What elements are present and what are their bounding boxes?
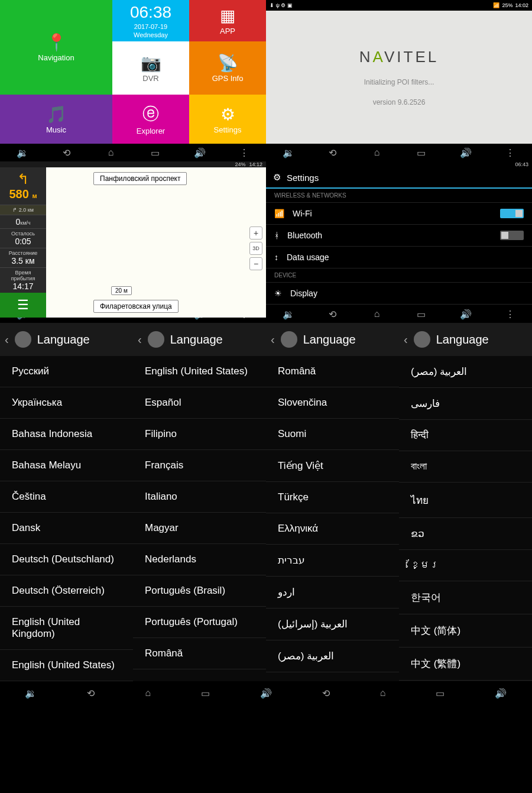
language-item[interactable]: Nederlands (133, 544, 266, 575)
android-navbar: 🔉 ⟲ ⌂ ▭ 🔊 ⋮ (0, 144, 266, 161)
menu-icon[interactable]: ⋮ (503, 307, 517, 321)
tile-navigation[interactable]: 📍 Navigation (0, 0, 112, 95)
back-icon[interactable]: ⟲ (60, 145, 74, 160)
language-item[interactable]: Română (133, 638, 266, 669)
language-item[interactable]: Ελληνικά (266, 513, 399, 545)
home-icon[interactable]: ⌂ (380, 688, 386, 698)
menu-button[interactable]: ☰ (0, 293, 46, 318)
settings-row-bluetooth[interactable]: ᚼ Bluetooth (266, 225, 532, 247)
language-item[interactable]: العربية (مصر) (399, 356, 532, 388)
status-bar: ⬇ ψ ⚙ ▣ 📶 25% 14:02 (266, 0, 532, 11)
language-item[interactable]: Українська (0, 387, 133, 419)
settings-row-wifi[interactable]: 📶 Wi-Fi (266, 203, 532, 225)
volume-up-icon[interactable]: 🔊 (459, 145, 473, 160)
tile-explorer[interactable]: ⓔ Explorer (112, 95, 189, 144)
volume-up-icon[interactable]: 🔊 (495, 688, 507, 699)
home-icon[interactable]: ⌂ (145, 688, 151, 698)
language-item[interactable]: Čeština (0, 481, 133, 513)
language-title: Language (303, 333, 356, 347)
tile-settings[interactable]: ⚙ Settings (189, 95, 266, 144)
3d-toggle-button[interactable]: 3D (249, 242, 262, 255)
language-item[interactable]: English (United States) (0, 650, 133, 681)
language-item[interactable]: Русский (0, 356, 133, 387)
language-item[interactable]: Português (Portugal) (133, 607, 266, 638)
zoom-in-button[interactable]: + (249, 226, 262, 239)
language-item[interactable]: ຂວ (399, 518, 532, 550)
language-item[interactable]: Filipino (133, 419, 266, 450)
language-item[interactable]: English (United Kingdom) (0, 607, 133, 650)
language-item[interactable]: 中文 (简体) (399, 614, 532, 648)
language-item[interactable]: Suomi (266, 419, 399, 450)
language-item[interactable]: فارسی (399, 388, 532, 420)
language-item[interactable]: English (United States) (133, 356, 266, 387)
language-item[interactable]: Dansk (0, 513, 133, 544)
language-item[interactable]: বাংলা (399, 451, 532, 483)
language-item[interactable]: Français (133, 450, 266, 481)
volume-up-icon[interactable]: 🔊 (459, 307, 473, 321)
settings-row-data[interactable]: ↕ Data usage (266, 247, 532, 268)
language-item[interactable]: Tiếng Việt (266, 450, 399, 482)
volume-up-icon[interactable]: 🔊 (193, 145, 207, 160)
language-item[interactable]: Bahasa Melayu (0, 450, 133, 481)
language-item[interactable]: Español (133, 387, 266, 419)
home-icon[interactable]: ⌂ (370, 307, 384, 321)
volume-down-icon[interactable]: 🔉 (281, 307, 296, 321)
tile-apps[interactable]: ▦ APP (189, 0, 266, 41)
language-header[interactable]: ‹ Language (399, 323, 532, 356)
language-item[interactable]: Bahasa Indonesia (0, 419, 133, 450)
back-icon[interactable]: ‹ (138, 333, 142, 347)
language-item[interactable]: العربية (إسرائيل) (266, 608, 399, 640)
recent-icon[interactable]: ▭ (436, 688, 445, 699)
language-item[interactable]: ไทย (399, 483, 532, 518)
home-icon[interactable]: ⌂ (370, 145, 384, 160)
tile-music[interactable]: 🎵 Music (0, 95, 112, 144)
turn-indicator[interactable]: ↰ 580 м (0, 167, 46, 205)
back-icon[interactable]: ⟲ (322, 688, 330, 699)
language-item[interactable]: עברית (266, 545, 399, 577)
language-item[interactable]: Português (Brasil) (133, 575, 266, 607)
recent-icon[interactable]: ▭ (201, 688, 210, 699)
zoom-out-button[interactable]: − (249, 257, 262, 270)
map-canvas[interactable]: Панфиловский проспект Филаретовская улиц… (46, 167, 266, 318)
language-item[interactable]: Magyar (133, 513, 266, 544)
language-header[interactable]: ‹ Language (133, 323, 266, 356)
back-icon[interactable]: ⟲ (87, 688, 95, 699)
tile-clock[interactable]: 06:38 2017-07-19 Wednesday (112, 0, 189, 41)
language-item[interactable]: Română (266, 356, 399, 387)
language-item[interactable]: Deutsch (Deutschland) (0, 544, 133, 575)
language-item[interactable]: Slovenčina (266, 387, 399, 419)
back-icon[interactable]: ‹ (5, 333, 9, 347)
language-item[interactable]: Deutsch (Österreich) (0, 575, 133, 607)
recent-icon[interactable]: ▭ (414, 145, 429, 160)
language-item[interactable]: ខ្មែរ (399, 550, 532, 581)
volume-down-icon[interactable]: 🔉 (281, 145, 296, 160)
bluetooth-toggle[interactable] (500, 231, 524, 240)
recent-icon[interactable]: ▭ (148, 145, 163, 160)
tile-dvr[interactable]: 📷 DVR (112, 41, 189, 95)
back-icon[interactable]: ⟲ (326, 307, 340, 321)
volume-up-icon[interactable]: 🔊 (260, 688, 272, 699)
language-item[interactable]: 中文 (繁體) (399, 648, 532, 681)
volume-down-icon[interactable]: 🔉 (25, 688, 37, 699)
recent-icon[interactable]: ▭ (414, 307, 429, 321)
language-item[interactable]: हिन्दी (399, 420, 532, 451)
back-icon[interactable]: ⟲ (326, 145, 340, 160)
settings-row-display[interactable]: ☀ Display (266, 283, 532, 305)
wifi-toggle[interactable] (500, 209, 524, 218)
nav-side-panel: ↰ 580 м ↱ 2.0 км 0км/ч Осталось0:05 Расс… (0, 167, 46, 318)
volume-down-icon[interactable]: 🔉 (15, 145, 30, 160)
home-icon[interactable]: ⌂ (104, 145, 118, 160)
back-icon[interactable]: ‹ (271, 333, 275, 347)
language-item[interactable]: Italiano (133, 481, 266, 513)
tile-gps[interactable]: 📡 GPS Info (189, 41, 266, 95)
language-item[interactable]: Türkçe (266, 482, 399, 513)
back-icon[interactable]: ‹ (404, 333, 408, 347)
language-header[interactable]: ‹ Language (0, 323, 133, 356)
gear-icon (414, 331, 430, 348)
menu-icon[interactable]: ⋮ (237, 145, 251, 160)
menu-icon[interactable]: ⋮ (503, 145, 517, 160)
language-item[interactable]: 한국어 (399, 581, 532, 614)
language-header[interactable]: ‹ Language (266, 323, 399, 356)
language-item[interactable]: العربية (مصر) (266, 640, 399, 672)
language-item[interactable]: اردو (266, 577, 399, 608)
